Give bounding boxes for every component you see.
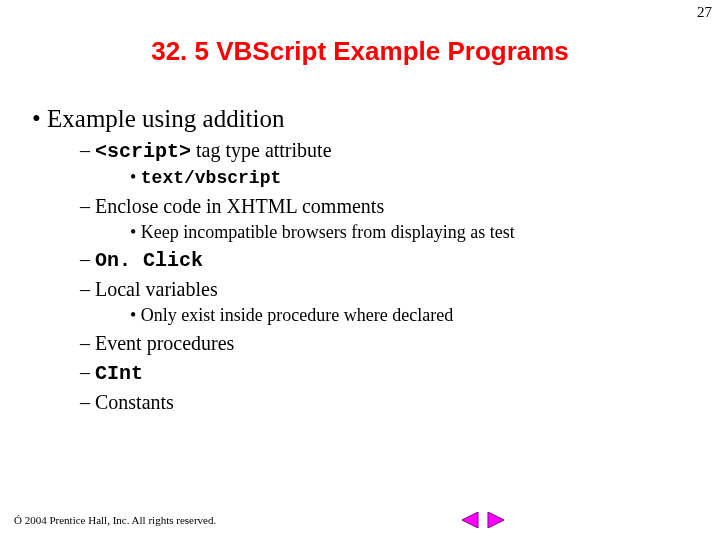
next-slide-icon[interactable] xyxy=(486,512,506,528)
slide-body: Example using addition <script> tag type… xyxy=(0,103,720,415)
bullet-text: Constants xyxy=(95,391,174,413)
svg-marker-1 xyxy=(488,512,504,528)
code-text: On. Click xyxy=(95,249,203,272)
nav-buttons xyxy=(460,512,506,528)
bullet-level3: Keep incompatible browsers from displayi… xyxy=(130,221,720,244)
svg-marker-0 xyxy=(462,512,478,528)
bullet-text: Only exist inside procedure where declar… xyxy=(141,305,453,325)
bullet-text: tag type attribute xyxy=(191,139,332,161)
bullet-level2: <script> tag type attribute xyxy=(80,138,720,164)
bullet-level3: text/vbscript xyxy=(130,166,720,190)
bullet-level3: Only exist inside procedure where declar… xyxy=(130,304,720,327)
code-text: text/vbscript xyxy=(141,168,281,188)
slide-title: 32. 5 VBScript Example Programs xyxy=(0,36,720,67)
bullet-text: Example using addition xyxy=(47,105,284,132)
bullet-level2: On. Click xyxy=(80,247,720,273)
bullet-text: Local variables xyxy=(95,278,218,300)
bullet-text: Keep incompatible browsers from displayi… xyxy=(141,222,515,242)
bullet-level2: Local variables xyxy=(80,277,720,302)
copyright-text: Ó 2004 Prentice Hall, Inc. All rights re… xyxy=(14,514,216,526)
bullet-level2: Event procedures xyxy=(80,331,720,356)
bullet-level2: Constants xyxy=(80,390,720,415)
slide-footer: Ó 2004 Prentice Hall, Inc. All rights re… xyxy=(14,512,706,528)
code-text: CInt xyxy=(95,362,143,385)
prev-slide-icon[interactable] xyxy=(460,512,480,528)
bullet-level2: Enclose code in XHTML comments xyxy=(80,194,720,219)
bullet-level2: CInt xyxy=(80,360,720,386)
bullet-level1: Example using addition xyxy=(32,103,720,134)
bullet-text: Enclose code in XHTML comments xyxy=(95,195,384,217)
bullet-text: Event procedures xyxy=(95,332,234,354)
page-number: 27 xyxy=(697,4,712,21)
code-text: <script> xyxy=(95,140,191,163)
